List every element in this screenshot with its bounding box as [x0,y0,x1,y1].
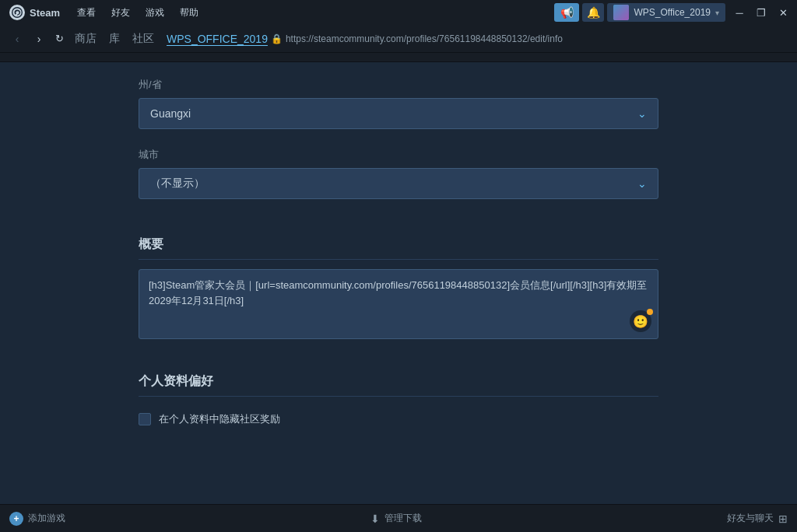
forward-arrow-icon: › [37,33,41,45]
tab-user[interactable]: WPS_OFFICE_2019 [167,33,268,45]
svg-point-0 [12,8,23,18]
url-bar[interactable]: https://steamcommunity.com/profiles/7656… [286,33,563,44]
emoji-dot [647,309,653,315]
emoji-icon: 🙂 [633,314,648,329]
add-game-button[interactable]: + 添加游戏 [9,512,65,526]
navbar: ‹ › ↻ 商店 库 社区 WPS_OFFICE_2019 🔒 https://… [0,25,797,53]
pref-item-0: 在个人资料中隐藏社区奖励 [139,406,658,432]
friends-chat-button[interactable]: 好友与聊天 ⊞ [727,512,788,525]
tab-community[interactable]: 社区 [132,32,154,46]
titlebar-right: 📢 🔔 WPS_Office_2019 ▾ ─ ❐ ✕ [554,0,797,25]
friends-chat-label: 好友与聊天 [727,512,774,525]
menu-games[interactable]: 游戏 [138,0,172,25]
menu-help[interactable]: 帮助 [172,0,206,25]
restore-icon: ❐ [757,7,766,19]
username-label: WPS_Office_2019 [634,7,711,18]
manage-download-label: 管理下载 [384,512,422,525]
emoji-button[interactable]: 🙂 [630,310,651,332]
summary-title: 概要 [139,236,658,260]
province-section: 州/省 Guangxi ⌄ [126,68,671,138]
preferences-title: 个人资料偏好 [139,373,658,397]
download-icon: ⬇ [370,513,380,525]
city-section: 城市 （不显示） ⌄ [126,138,671,208]
city-dropdown[interactable]: （不显示） ⌄ [139,168,658,199]
city-label: 城市 [139,148,658,162]
tab-library[interactable]: 库 [109,32,120,46]
menu-items: 查看 好友 游戏 帮助 [69,0,206,25]
titlebar-left: Steam 查看 好友 游戏 帮助 [0,0,206,25]
city-chevron-icon: ⌄ [637,177,647,190]
content-area[interactable]: 州/省 Guangxi ⌄ 城市 （不显示） ⌄ 概要 [h3]Steam管家大… [0,53,797,504]
province-value: Guangxi [150,107,191,120]
bottom-bar: + 添加游戏 ⬇ 管理下载 好友与聊天 ⊞ [0,504,797,532]
close-button[interactable]: ✕ [772,0,794,25]
summary-section: 概要 [h3]Steam管家大会员｜[url=steamcommunity.co… [126,224,671,345]
forward-button[interactable]: › [28,28,50,50]
steam-logo[interactable]: Steam [0,0,69,25]
inner-content: 州/省 Guangxi ⌄ 城市 （不显示） ⌄ 概要 [h3]Steam管家大… [126,62,671,454]
refresh-button[interactable]: ↻ [50,30,68,48]
close-icon: ✕ [779,7,788,19]
lock-icon: 🔒 [271,33,283,44]
avatar [613,5,629,20]
steam-logo-text: Steam [30,7,60,19]
steam-logo-icon [9,5,25,20]
friends-icon: ⊞ [778,513,788,525]
announce-button[interactable]: 📢 [554,3,579,22]
user-dropdown-icon: ▾ [715,9,719,17]
add-game-label: 添加游戏 [28,512,65,525]
add-game-icon: + [9,512,23,526]
city-value: （不显示） [150,177,205,191]
bell-button[interactable]: 🔔 [582,3,604,22]
minimize-icon: ─ [736,7,743,19]
summary-textarea[interactable]: [h3]Steam管家大会员｜[url=steamcommunity.com/p… [139,269,658,339]
back-button[interactable]: ‹ [6,28,28,50]
tab-store[interactable]: 商店 [75,32,97,46]
user-button[interactable]: WPS_Office_2019 ▾ [607,3,725,22]
summary-text: [h3]Steam管家大会员｜[url=steamcommunity.com/p… [149,278,648,308]
window-controls: ─ ❐ ✕ [729,0,794,25]
menu-view[interactable]: 查看 [69,0,104,25]
refresh-icon: ↻ [55,33,64,44]
bell-icon: 🔔 [587,6,600,19]
province-chevron-icon: ⌄ [637,107,647,120]
menu-friends[interactable]: 好友 [104,0,138,25]
announce-icon: 📢 [560,6,574,19]
restore-button[interactable]: ❐ [750,0,772,25]
manage-download-button[interactable]: ⬇ 管理下载 [370,512,422,525]
hide-community-rewards-checkbox[interactable] [139,413,151,425]
scroll-indicator [0,53,797,62]
province-dropdown[interactable]: Guangxi ⌄ [139,98,658,129]
back-arrow-icon: ‹ [16,33,19,45]
preferences-section: 个人资料偏好 在个人资料中隐藏社区奖励 [126,361,671,439]
province-label: 州/省 [139,78,658,92]
pref-label-0: 在个人资料中隐藏社区奖励 [159,412,280,426]
titlebar: Steam 查看 好友 游戏 帮助 📢 🔔 WPS_Office_2019 ▾ … [0,0,797,25]
minimize-button[interactable]: ─ [729,0,750,25]
nav-tabs: 商店 库 社区 WPS_OFFICE_2019 [75,32,268,46]
